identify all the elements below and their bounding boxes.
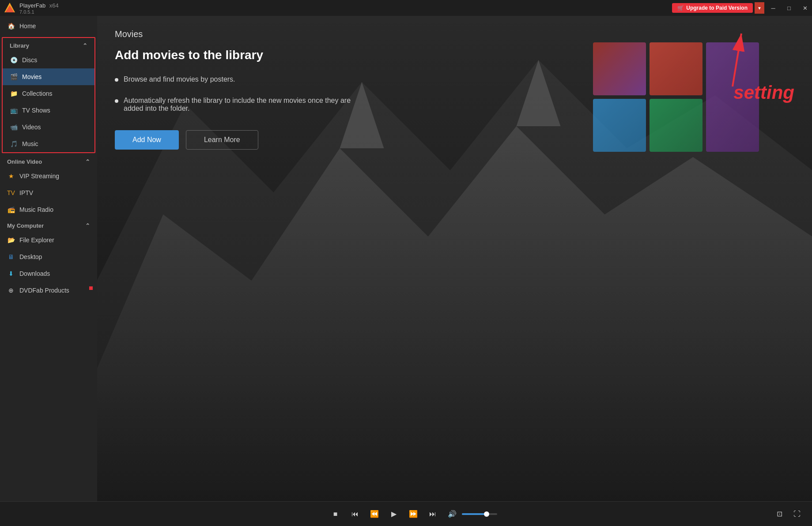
setting-annotation-text: setting — [733, 82, 794, 103]
my-computer-section-header: My Computer ⌃ — [0, 218, 97, 232]
sidebar-item-home[interactable]: 🏠 Home — [0, 16, 97, 36]
rewind-button[interactable]: ⏪ — [368, 508, 381, 520]
dvdfab-notification-dot — [89, 286, 93, 290]
stop-button[interactable]: ■ — [329, 508, 342, 520]
file-explorer-icon: 📂 — [7, 236, 15, 244]
bullet-text-2: Automatically refresh the library to inc… — [124, 97, 362, 113]
sidebar-item-collections[interactable]: 📁 Collections — [3, 85, 94, 102]
sidebar-dvdfab-label: DVDFab Products — [19, 287, 69, 294]
sidebar: 🏠 Home Library ⌃ 💿 Discs 🎬 Movies 📁 Coll… — [0, 16, 97, 501]
my-computer-section-label: My Computer — [7, 222, 44, 229]
titlebar: PlayerFab x64 7.0.5.1 🛒 Upgrade to Paid … — [0, 0, 812, 16]
sidebar-file-explorer-label: File Explorer — [19, 237, 54, 244]
next-chapter-button[interactable]: ⏭ — [427, 508, 439, 520]
app-arch-label: x64 — [49, 2, 59, 9]
add-movies-heading: Add movies to the library — [115, 48, 794, 62]
downloads-icon: ⬇ — [7, 270, 15, 278]
sidebar-item-movies[interactable]: 🎬 Movies — [3, 68, 94, 85]
feature-bullet-list: Browse and find movies by posters. Autom… — [115, 75, 794, 113]
online-video-chevron-icon: ⌃ — [85, 158, 90, 165]
music-icon: 🎵 — [10, 140, 18, 148]
add-now-button[interactable]: Add Now — [115, 130, 179, 150]
library-section-wrapper: Library ⌃ 💿 Discs 🎬 Movies 📁 Collections… — [2, 37, 95, 153]
bullet-item-1: Browse and find movies by posters. — [115, 75, 362, 83]
content-overlay: Movies Add movies to the library Browse … — [97, 16, 812, 501]
disc-icon: 💿 — [10, 56, 18, 64]
close-button[interactable]: ✕ — [798, 0, 812, 16]
my-computer-chevron-icon: ⌃ — [85, 222, 90, 229]
upgrade-button[interactable]: 🛒 Upgrade to Paid Version — [672, 3, 753, 13]
sidebar-item-iptv[interactable]: TV IPTV — [0, 184, 97, 201]
minimize-button[interactable]: ─ — [766, 0, 780, 16]
library-section-label: Library — [10, 42, 29, 49]
learn-more-button[interactable]: Learn More — [186, 130, 258, 150]
action-buttons: Add Now Learn More — [115, 130, 794, 150]
home-icon: 🏠 — [7, 22, 15, 30]
content-area: setting Movies Add movies to the library… — [97, 16, 812, 501]
player-controls: ■ ⏮ ⏪ ▶ ⏩ ⏭ 🔊 — [53, 508, 773, 520]
minimize-icon: ─ — [771, 5, 775, 11]
maximize-icon: □ — [787, 5, 791, 11]
titlebar-right: 🛒 Upgrade to Paid Version ▼ ─ □ ✕ — [672, 0, 812, 16]
bullet-dot-1 — [115, 78, 118, 82]
maximize-button[interactable]: □ — [782, 0, 796, 16]
app-info: PlayerFab x64 7.0.5.1 — [19, 1, 59, 15]
bullet-dot-2 — [115, 99, 118, 103]
online-video-section-header: Online Video ⌃ — [0, 154, 97, 168]
sidebar-item-dvdfab[interactable]: ⊕ DVDFab Products — [0, 282, 97, 299]
volume-thumb — [484, 511, 489, 517]
videos-icon: 📹 — [10, 123, 18, 131]
volume-bar[interactable] — [462, 513, 497, 515]
sidebar-item-videos[interactable]: 📹 Videos — [3, 119, 94, 135]
sidebar-item-file-explorer[interactable]: 📂 File Explorer — [0, 232, 97, 248]
sidebar-collections-label: Collections — [22, 90, 52, 97]
collections-icon: 📁 — [10, 90, 18, 98]
player-right: ⊡ ⛶ — [773, 508, 803, 520]
sidebar-item-tv-shows[interactable]: 📺 TV Shows — [3, 102, 94, 119]
sidebar-radio-label: Music Radio — [19, 206, 53, 213]
fullscreen-button[interactable]: ⛶ — [791, 508, 803, 520]
cart-icon: 🛒 — [677, 5, 684, 11]
movie-icon: 🎬 — [10, 73, 18, 81]
app-logo-icon — [4, 2, 16, 14]
upgrade-label: Upgrade to Paid Version — [686, 5, 748, 11]
page-title: Movies — [115, 29, 794, 39]
tv-shows-icon: 📺 — [10, 106, 18, 114]
music-radio-icon: 📻 — [7, 206, 15, 214]
sidebar-music-label: Music — [22, 140, 38, 147]
sidebar-item-desktop[interactable]: 🖥 Desktop — [0, 248, 97, 265]
titlebar-left: PlayerFab x64 7.0.5.1 — [4, 1, 59, 15]
sidebar-item-downloads[interactable]: ⬇ Downloads — [0, 265, 97, 282]
player-bar: ■ ⏮ ⏪ ▶ ⏩ ⏭ 🔊 ⊡ ⛶ — [0, 501, 812, 526]
volume-area: 🔊 — [446, 508, 497, 520]
sidebar-item-discs[interactable]: 💿 Discs — [3, 52, 94, 68]
library-section-header: Library ⌃ — [3, 38, 94, 52]
main-layout: 🏠 Home Library ⌃ 💿 Discs 🎬 Movies 📁 Coll… — [0, 16, 812, 501]
sidebar-videos-label: Videos — [22, 124, 41, 131]
library-chevron-icon: ⌃ — [83, 42, 87, 49]
sidebar-home-label: Home — [19, 23, 36, 30]
prev-chapter-button[interactable]: ⏮ — [349, 508, 361, 520]
bullet-text-1: Browse and find movies by posters. — [124, 75, 235, 83]
desktop-icon: 🖥 — [7, 253, 15, 261]
sidebar-item-music-radio[interactable]: 📻 Music Radio — [0, 201, 97, 218]
sidebar-item-vip-streaming[interactable]: ★ VIP Streaming — [0, 168, 97, 184]
close-icon: ✕ — [803, 5, 808, 11]
app-name-label: PlayerFab — [19, 2, 45, 9]
sidebar-item-music[interactable]: 🎵 Music — [3, 135, 94, 152]
volume-button[interactable]: 🔊 — [446, 508, 458, 520]
play-pause-button[interactable]: ▶ — [388, 508, 400, 520]
chevron-down-icon: ▼ — [757, 6, 762, 11]
upgrade-dropdown-button[interactable]: ▼ — [755, 2, 764, 14]
sidebar-downloads-label: Downloads — [19, 270, 50, 277]
aspect-ratio-button[interactable]: ⊡ — [773, 508, 786, 520]
sidebar-discs-label: Discs — [22, 56, 37, 64]
sidebar-movies-label: Movies — [22, 73, 42, 80]
fast-forward-button[interactable]: ⏩ — [407, 508, 419, 520]
app-version-label: 7.0.5.1 — [19, 9, 59, 15]
dvdfab-icon: ⊕ — [7, 286, 15, 294]
vip-streaming-icon: ★ — [7, 172, 15, 180]
online-video-section-label: Online Video — [7, 158, 42, 165]
bullet-item-2: Automatically refresh the library to inc… — [115, 97, 362, 113]
sidebar-iptv-label: IPTV — [19, 189, 33, 196]
